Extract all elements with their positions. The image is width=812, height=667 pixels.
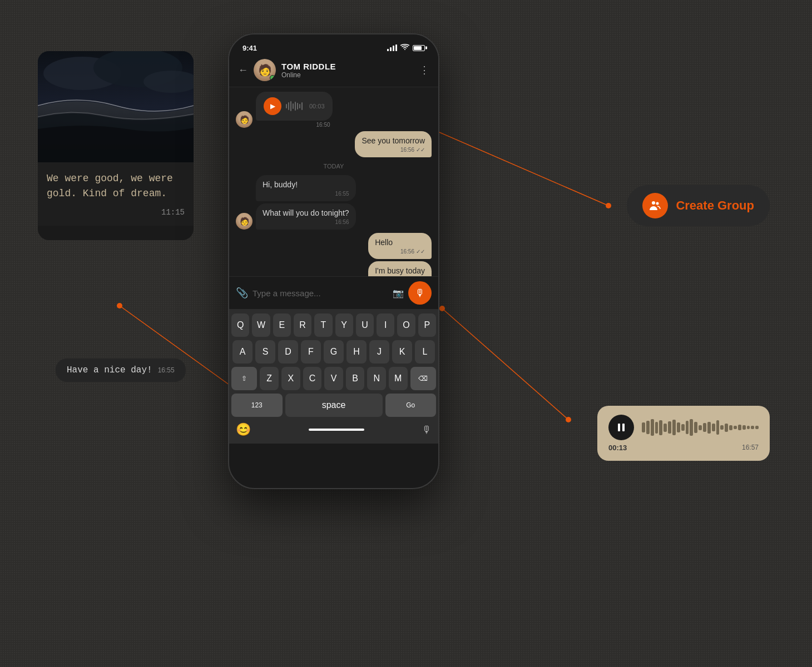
image-card: We were good, we were gold. Kind of drea…: [38, 51, 194, 240]
svg-rect-17: [622, 424, 625, 431]
keyboard: Q W E R T Y U I O P A S D F G H J K L ⇧ …: [229, 309, 438, 444]
key-k[interactable]: K: [392, 340, 412, 364]
space-key[interactable]: space: [285, 394, 383, 417]
nice-day-time: 16:55: [158, 366, 175, 374]
voice-card-time: 16:57: [742, 444, 759, 452]
phone-frame: 9:41 ← 🧑 TOM RIDDLE: [228, 33, 439, 489]
key-x[interactable]: X: [281, 367, 300, 390]
msg-hi-text: Hi, buddy!: [263, 180, 298, 189]
waveform: [286, 101, 303, 112]
key-n[interactable]: N: [367, 367, 386, 390]
key-v[interactable]: V: [324, 367, 343, 390]
key-d[interactable]: D: [278, 340, 298, 364]
key-t[interactable]: T: [314, 313, 332, 337]
online-indicator: [270, 75, 275, 81]
create-group-label: Create Group: [676, 198, 754, 213]
go-key[interactable]: Go: [385, 394, 437, 417]
svg-point-15: [656, 202, 659, 205]
msg-hi-time: 16:55: [335, 191, 349, 197]
key-p[interactable]: P: [418, 313, 436, 337]
svg-point-7: [439, 306, 445, 311]
voice-play-button[interactable]: ▶: [264, 97, 281, 115]
svg-rect-16: [618, 424, 620, 431]
msg-see-you-time: 16:56: [400, 147, 414, 153]
status-bar: 9:41: [229, 34, 438, 54]
input-area: 📎 📷 🎙: [229, 276, 438, 309]
key-o[interactable]: O: [397, 313, 415, 337]
more-options-button[interactable]: ⋮: [419, 64, 429, 76]
key-j[interactable]: J: [369, 340, 389, 364]
keyboard-row-3: ⇧ Z X C V B N M ⌫: [231, 367, 436, 390]
key-b[interactable]: B: [346, 367, 365, 390]
battery-icon: [413, 45, 425, 51]
shift-key[interactable]: ⇧: [231, 367, 257, 390]
svg-point-14: [652, 201, 655, 205]
wifi-icon: [400, 44, 409, 52]
image-card-quote: We were good, we were gold. Kind of drea…: [47, 171, 185, 201]
backspace-key[interactable]: ⌫: [410, 367, 436, 390]
key-c[interactable]: C: [303, 367, 322, 390]
attach-icon[interactable]: 📎: [236, 287, 248, 299]
emoji-button[interactable]: 😊: [236, 422, 251, 437]
nice-day-text: Have a nice day!: [67, 365, 152, 375]
chat-header: ← 🧑 TOM RIDDLE Online ⋮: [229, 54, 438, 87]
voice-message-row: 🧑 ▶ 00:03 16:50: [236, 92, 432, 128]
message-input[interactable]: [252, 288, 388, 298]
msg-hi-row: 🧑 Hi, buddy! 16:55 What will you do toni…: [236, 175, 432, 230]
msg-hello-text: Hello: [375, 238, 393, 247]
keyboard-bottom: 😊 🎙: [231, 420, 436, 441]
key-i[interactable]: I: [377, 313, 394, 337]
voice-msg-time: 16:50: [256, 122, 333, 128]
signal-icon: [387, 44, 397, 51]
back-button[interactable]: ←: [238, 64, 248, 76]
keyboard-row-4: 123 space Go: [231, 394, 436, 417]
key-y[interactable]: Y: [335, 313, 353, 337]
msg-tonight-time: 16:56: [335, 219, 349, 225]
msg-see-you-text: See you tomorrow: [362, 136, 425, 145]
home-bar: [309, 429, 364, 431]
svg-point-3: [117, 303, 122, 308]
key-l[interactable]: L: [415, 340, 435, 364]
msg-hello-bubble: Hello 16:56 ✓✓: [368, 233, 432, 259]
image-card-time: 11:15: [47, 208, 185, 217]
kb-mic-button[interactable]: 🎙: [422, 424, 432, 436]
voice-duration: 00:13: [608, 444, 627, 452]
svg-line-1: [442, 308, 568, 420]
camera-icon[interactable]: 📷: [393, 288, 404, 298]
date-divider: TODAY: [236, 161, 432, 172]
record-button[interactable]: 🎙: [408, 281, 432, 305]
read-receipt: ✓✓: [416, 147, 425, 153]
key-f[interactable]: F: [301, 340, 321, 364]
voice-duration-label: 00:03: [309, 103, 325, 109]
key-g[interactable]: G: [324, 340, 344, 364]
microphone-icon: 🎙: [415, 287, 425, 299]
msg-tonight-text: What will you do tonight?: [263, 208, 349, 217]
image-card-content: We were good, we were gold. Kind of drea…: [38, 162, 194, 226]
voice-message-card[interactable]: 00:13 16:57: [597, 406, 770, 461]
key-h[interactable]: H: [346, 340, 367, 364]
msg-busy-text: I'm busy today: [375, 266, 425, 275]
key-w[interactable]: W: [252, 313, 270, 337]
svg-point-6: [606, 203, 611, 208]
key-q[interactable]: Q: [231, 313, 249, 337]
key-z[interactable]: Z: [260, 367, 279, 390]
keyboard-row-2: A S D F G H J K L: [231, 340, 436, 364]
key-u[interactable]: U: [356, 313, 374, 337]
landscape-illustration: [38, 51, 194, 162]
voice-pause-button[interactable]: [608, 415, 634, 440]
key-e[interactable]: E: [273, 313, 291, 337]
nice-day-bubble: Have a nice day! 16:55: [56, 359, 186, 382]
voice-bubble[interactable]: ▶ 00:03: [256, 92, 333, 121]
key-a[interactable]: A: [232, 340, 252, 364]
contact-status: Online: [281, 71, 419, 79]
key-r[interactable]: R: [294, 313, 311, 337]
image-card-photo: [38, 51, 194, 162]
create-group-button[interactable]: Create Group: [627, 185, 770, 226]
keyboard-row-1: Q W E R T Y U I O P: [231, 313, 436, 337]
number-key[interactable]: 123: [231, 394, 283, 417]
key-m[interactable]: M: [389, 367, 408, 390]
status-icons: [387, 44, 425, 52]
key-s[interactable]: S: [255, 340, 275, 364]
sender-avatar: 🧑: [236, 111, 252, 128]
contact-avatar: 🧑: [254, 59, 276, 81]
